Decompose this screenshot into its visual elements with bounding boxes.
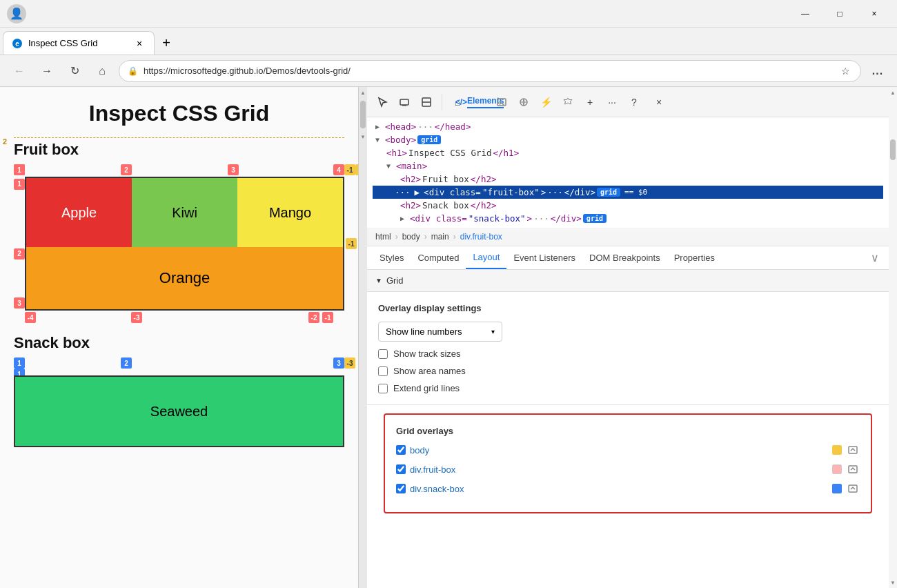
refresh-button[interactable]: ↻: [63, 60, 86, 82]
tab-event-listeners[interactable]: Event Listeners: [506, 247, 582, 268]
bc-fruit-box[interactable]: div.fruit-box: [457, 231, 505, 243]
snack-top-numbers: 1 1 2 3 -3: [14, 357, 344, 370]
grid-section-title: Grid: [386, 275, 404, 286]
tab-layout[interactable]: Layout: [466, 246, 506, 269]
dom-line-h2snack[interactable]: <h2> Snack box </h2>: [373, 199, 883, 212]
window-controls: — □ ×: [789, 3, 890, 25]
overlay-fruit-checkbox[interactable]: [396, 464, 406, 474]
overlay-fruit-color: [832, 464, 842, 474]
bc-body[interactable]: body: [400, 231, 423, 243]
seaweed-cell: Seaweed: [15, 377, 343, 446]
panel-more-button[interactable]: ∨: [867, 248, 883, 267]
devtools-panel: ⌂ </> Elements ⚡ + ··· ? ×: [367, 87, 897, 588]
dom-tag-h2fruit: <h2>: [400, 174, 421, 184]
maximize-button[interactable]: □: [824, 3, 856, 25]
help-button[interactable]: ?: [624, 92, 644, 112]
minimize-button[interactable]: —: [789, 3, 821, 25]
dom-line-body[interactable]: ▼ <body> grid: [373, 133, 883, 146]
profile-icon[interactable]: 👤: [7, 4, 26, 23]
toolbar-divider: [442, 94, 442, 110]
more-panels-button[interactable]: ···: [602, 92, 622, 112]
forward-button[interactable]: →: [36, 60, 58, 82]
tab-dom-breakpoints[interactable]: DOM Breakpoints: [582, 247, 667, 268]
bottom-numbers: -4 -3 -2 -1: [14, 311, 344, 323]
page-scrollbar[interactable]: ▲ ▼: [359, 87, 367, 588]
dom-line-fruit-div[interactable]: ··· ▶ <div class= "fruit-box" > ··· </di…: [373, 186, 883, 199]
bc-main[interactable]: main: [428, 231, 452, 243]
more-options-button[interactable]: ...: [867, 60, 889, 82]
show-area-names-checkbox[interactable]: [378, 366, 388, 376]
scroll-thumb[interactable]: [360, 101, 366, 128]
dom-line-snack-div[interactable]: ▶ <div class= "snack-box" > ··· </div> g…: [373, 212, 883, 225]
overlay-fruit-icon[interactable]: [846, 462, 860, 476]
dom-dots-snack-inner: ···: [533, 213, 549, 224]
scroll-up-arrow[interactable]: ▲: [359, 87, 367, 98]
grid-num-left-2: 2: [14, 248, 25, 259]
tab-computed[interactable]: Computed: [411, 247, 466, 268]
svg-rect-14: [849, 485, 857, 492]
tab-close-button[interactable]: ×: [133, 37, 146, 50]
grid-num-neg1: -1: [344, 164, 355, 175]
show-track-sizes-checkbox[interactable]: [378, 349, 388, 359]
extend-grid-lines-checkbox[interactable]: [378, 384, 388, 393]
grid-section-header[interactable]: ▼ Grid: [367, 270, 889, 292]
dt-scroll-down[interactable]: ▼: [889, 577, 897, 588]
overlay-body-checkbox[interactable]: [396, 445, 406, 455]
devtools-scrollbar[interactable]: ▲ ▼: [889, 87, 897, 588]
tab-styles[interactable]: Styles: [373, 247, 411, 268]
bc-html[interactable]: html: [373, 231, 394, 243]
dom-arrow-main[interactable]: ▼: [386, 162, 395, 170]
elements-tab-button[interactable]: </> Elements: [470, 92, 489, 112]
dom-badge-grid-fruit: grid: [597, 188, 620, 197]
window-close-button[interactable]: ×: [858, 3, 890, 25]
dom-line-head[interactable]: ▶ <head> ··· </head>: [373, 120, 883, 133]
back-button[interactable]: ←: [8, 60, 30, 82]
dom-arrow-snack[interactable]: ▶: [400, 215, 408, 222]
dom-arrow-head[interactable]: ▶: [375, 123, 384, 130]
dt-scroll-up[interactable]: ▲: [889, 87, 897, 98]
close-devtools-button[interactable]: ×: [649, 92, 669, 112]
dom-line-h1[interactable]: <h1> Inspect CSS Grid </h1>: [373, 146, 883, 159]
overlay-settings: Overlay display settings Show line numbe…: [367, 292, 889, 405]
overlay-snack-checkbox[interactable]: [396, 484, 406, 493]
dom-arrow-body[interactable]: ▼: [375, 136, 384, 144]
grid-num-2b: 2: [355, 164, 359, 175]
snack-num-top-2: 2: [121, 357, 132, 369]
network-button[interactable]: [514, 92, 533, 112]
snack-num-neg3: -3: [344, 357, 355, 369]
dom-dots-head: ···: [417, 121, 433, 132]
dom-tag-snack-div: <div class=: [410, 213, 467, 224]
performance-button[interactable]: ⚡: [536, 92, 555, 112]
console-button[interactable]: [492, 92, 511, 112]
dom-tag-h2snack-close: </h2>: [471, 200, 497, 210]
favorite-button[interactable]: ☆: [838, 64, 852, 78]
dom-tag-head: <head>: [385, 121, 416, 132]
dom-tag-snack-dots: >: [527, 213, 533, 224]
inspect-element-button[interactable]: [373, 92, 392, 112]
dom-arrow-fruit[interactable]: ▶: [415, 187, 420, 197]
settings-button[interactable]: [558, 92, 578, 112]
fruit-box-label: Fruit box: [14, 141, 344, 159]
overlay-display-title: Overlay display settings: [378, 303, 878, 313]
overlay-body-icon[interactable]: [846, 443, 860, 457]
grid-num-bot-neg4: -4: [25, 312, 36, 323]
device-emulation-button[interactable]: [395, 92, 414, 112]
grid-page: Inspect CSS Grid 2 Fruit box 1 1 2 3 4 -…: [0, 87, 358, 461]
add-panel-button[interactable]: +: [580, 92, 600, 112]
row2-label: 2: [3, 137, 7, 146]
dom-line-h2fruit[interactable]: <h2> Fruit box </h2>: [373, 173, 883, 186]
svg-text:e: e: [15, 40, 19, 48]
dom-line-main[interactable]: ▼ <main>: [373, 159, 883, 173]
new-tab-button[interactable]: +: [155, 31, 178, 55]
kiwi-cell: Kiwi: [132, 178, 237, 247]
scroll-down-arrow[interactable]: ▼: [359, 131, 367, 142]
browser-tab[interactable]: e Inspect CSS Grid ×: [3, 31, 155, 55]
url-bar[interactable]: 🔒 https://microsoftedge.github.io/Demos/…: [119, 60, 861, 82]
dock-button[interactable]: [417, 92, 436, 112]
tab-properties[interactable]: Properties: [667, 247, 722, 268]
overlay-snack-color: [832, 484, 842, 493]
home-button[interactable]: ⌂: [91, 60, 113, 82]
show-line-numbers-dropdown[interactable]: Show line numbers ▾: [378, 322, 502, 342]
dt-scroll-thumb[interactable]: [890, 139, 896, 160]
overlay-snack-icon[interactable]: [846, 482, 860, 496]
